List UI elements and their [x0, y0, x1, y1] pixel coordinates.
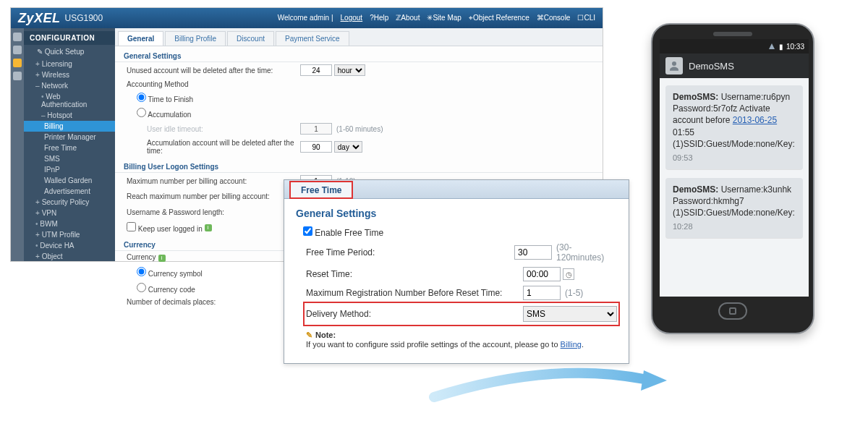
reset-time-label: Reset Time:: [306, 269, 523, 279]
sidebar-item-bwm[interactable]: BWM: [24, 218, 115, 229]
sidebar-item-vpn[interactable]: VPN: [24, 208, 115, 218]
sidebar-item-printer[interactable]: Printer Manager: [24, 132, 115, 142]
topnav-help[interactable]: ?Help: [370, 14, 388, 22]
free-time-period-label: Free Time Period:: [306, 247, 514, 258]
reach-max-label: Reach maximum number per billing account…: [127, 192, 300, 200]
currency-symbol-radio[interactable]: Currency symbol: [137, 270, 203, 278]
sidebar-item-ipnp[interactable]: IPnP: [24, 164, 115, 175]
unused-label: Unused account will be deleted after the…: [127, 67, 300, 75]
phone-screen: ▮ 10:33 DemoSMS DemoSMS: Username:ru6pyn…: [660, 39, 809, 297]
acct-time-to-finish-radio[interactable]: Time to Finish: [137, 95, 193, 103]
battery-icon: ▮: [779, 43, 783, 51]
rail-icon[interactable]: [13, 46, 22, 54]
sidebar-heading: CONFIGURATION: [24, 31, 115, 45]
topnav-about[interactable]: ℤAbout: [396, 14, 420, 22]
max-per-account-label: Maximum number per billing account:: [127, 177, 300, 185]
reset-time-input[interactable]: [523, 267, 561, 281]
home-button[interactable]: [718, 302, 747, 320]
acct-accumulation-radio[interactable]: Accumulation: [137, 111, 191, 119]
sidebar-item-walled[interactable]: Walled Garden: [24, 175, 115, 186]
keep-logged-in-checkbox[interactable]: Keep user logged in: [127, 222, 203, 233]
sms-title: DemoSMS: [689, 61, 734, 72]
max-reg-input[interactable]: [523, 286, 561, 300]
quick-setup-link[interactable]: ✎ Quick Setup: [24, 45, 115, 59]
info-icon: i: [205, 224, 212, 231]
phone-earpiece: [713, 32, 752, 36]
flow-arrow-icon: [427, 357, 673, 408]
topnav-sitemap[interactable]: ✳Site Map: [427, 14, 461, 22]
phone-statusbar: ▮ 10:33: [660, 39, 809, 54]
sidebar-item-freetime[interactable]: Free Time: [24, 142, 115, 153]
sidebar-item-deviceha[interactable]: Device HA: [24, 240, 115, 251]
decimals-label: Number of decimals places:: [127, 298, 300, 306]
idle-label: User idle timeout:: [127, 125, 300, 133]
idle-hint: (1-60 minutes): [336, 125, 383, 133]
signal-icon: [769, 43, 775, 49]
sms-titlebar: DemoSMS: [660, 54, 809, 78]
freetime-note: ✎Note: If you want to configure ssid pro…: [306, 331, 617, 349]
info-icon: i: [158, 255, 166, 262]
tab-general[interactable]: General: [118, 31, 163, 46]
sidebar-item-advert[interactable]: Advertisement: [24, 186, 115, 197]
tab-discount[interactable]: Discount: [227, 31, 274, 46]
tab-billing-profile[interactable]: Billing Profile: [165, 31, 226, 46]
tab-payment-service[interactable]: Payment Service: [276, 31, 349, 46]
sidebar-item-webauth[interactable]: Web Authentication: [24, 91, 115, 110]
uplen-label: Username & Password length:: [127, 208, 300, 216]
free-time-period-input[interactable]: [514, 245, 552, 260]
sidebar-item-network[interactable]: Network: [24, 80, 115, 91]
accum-label: Accumulation account will be deleted aft…: [127, 139, 300, 155]
sidebar-item-billing[interactable]: Billing: [24, 121, 115, 132]
topnav-objref[interactable]: ⌖Object Reference: [469, 14, 529, 22]
acct-method-label: Accounting Method: [127, 80, 300, 88]
freetime-panel: Free Time General Settings Enable Free T…: [284, 179, 629, 364]
rail-icon-active[interactable]: [13, 59, 22, 67]
freetime-tabbar: Free Time: [284, 180, 629, 199]
sidebar-item-object[interactable]: Object: [24, 251, 115, 261]
router-header: ZyXEL USG1900 Welcome admin | Logout ?He…: [11, 8, 603, 28]
topnav-console[interactable]: ⌘Console: [537, 14, 571, 22]
currency-code-radio[interactable]: Currency code: [137, 286, 195, 294]
max-reg-label: Maximum Registration Number Before Reset…: [306, 288, 523, 298]
sidebar-item-hotspot[interactable]: Hotspot: [24, 110, 115, 121]
header-topnav: Welcome admin | Logout ?Help ℤAbout ✳Sit…: [278, 14, 595, 22]
free-time-period-hint: (30-120minutes): [556, 242, 617, 263]
left-icon-rail: [11, 28, 24, 261]
sidebar-item-wireless[interactable]: Wireless: [24, 69, 115, 80]
rail-icon[interactable]: [13, 72, 22, 80]
max-reg-hint: (1-5): [565, 288, 583, 298]
model-name: USG1900: [65, 13, 103, 23]
sidebar-item-secpolicy[interactable]: Security Policy: [24, 197, 115, 208]
main-tabs: General Billing Profile Discount Payment…: [115, 28, 603, 46]
svg-point-0: [672, 61, 676, 66]
sms-date-link[interactable]: 2013-06-25: [733, 115, 777, 125]
topnav-cli[interactable]: ☐CLI: [577, 14, 595, 22]
note-icon: ✎: [306, 331, 312, 339]
accum-value-input[interactable]: [300, 141, 332, 153]
sms-message-list: DemoSMS: Username:ru6pyn Password:5r7ofz…: [660, 78, 809, 245]
rail-icon[interactable]: [13, 33, 22, 41]
phone-time: 10:33: [786, 43, 804, 51]
sidebar-item-utm[interactable]: UTM Profile: [24, 229, 115, 240]
section-logon-settings: Billing User Logon Settings: [115, 157, 603, 173]
avatar-icon: [665, 57, 683, 75]
clock-icon[interactable]: ◷: [563, 268, 574, 280]
unused-value-input[interactable]: [300, 64, 332, 76]
section-general-settings: General Settings: [115, 46, 603, 62]
enable-free-time-checkbox[interactable]: Enable Free Time: [303, 226, 383, 238]
sms-timestamp: 10:28: [673, 221, 796, 232]
sms-bubble[interactable]: DemoSMS: Username:ru6pyn Password:5r7ofz…: [665, 85, 803, 169]
sms-bubble[interactable]: DemoSMS: Username:k3unhk Password:hkmhg7…: [665, 178, 803, 238]
welcome-text: Welcome admin |: [278, 14, 333, 22]
tab-free-time[interactable]: Free Time: [290, 182, 352, 198]
unused-unit-select[interactable]: hour: [334, 64, 365, 76]
delivery-method-select[interactable]: SMS: [523, 306, 617, 322]
sidebar-item-sms[interactable]: SMS: [24, 153, 115, 164]
billing-link[interactable]: Billing: [561, 340, 582, 349]
sidebar-item-licensing[interactable]: Licensing: [24, 59, 115, 69]
delivery-method-label: Delivery Method:: [306, 309, 523, 319]
phone-mockup: ▮ 10:33 DemoSMS DemoSMS: Username:ru6pyn…: [651, 23, 814, 334]
accum-unit-select[interactable]: day: [334, 141, 362, 153]
logout-link[interactable]: Logout: [341, 14, 363, 22]
brand-logo: ZyXEL: [18, 11, 61, 26]
